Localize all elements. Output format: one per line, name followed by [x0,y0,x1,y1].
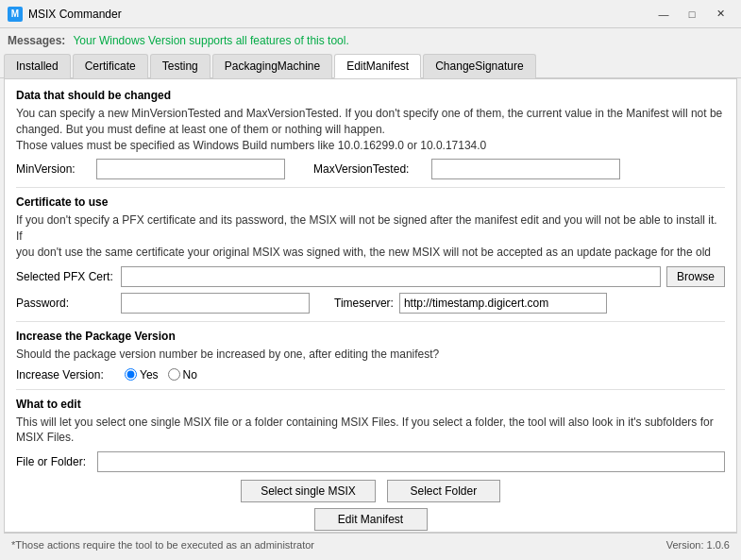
radio-group: Increase Version: Yes No [16,368,725,382]
select-buttons-row: Select single MSIX Select Folder [16,480,725,502]
section-edit-title: What to edit [16,398,725,411]
section-package-desc: Should the package version number be inc… [16,347,725,363]
section-package-title: Increase the Package Version [16,330,725,343]
tabs-bar: Installed Certificate Testing PackagingM… [0,53,741,78]
pfx-row: Selected PFX Cert: Browse [16,266,725,287]
file-label: File or Folder: [16,455,92,468]
bottom-bar: *Those actions require the tool to be ex… [4,533,737,555]
messages-label: Messages: [8,34,65,47]
section-edit-desc: This will let you select one single MSIX… [16,415,725,447]
main-content: Data that should be changed You can spec… [4,78,737,533]
select-folder-button[interactable]: Select Folder [387,480,500,502]
radio-yes-label: Yes [140,368,159,382]
radio-no-option[interactable]: No [168,368,197,382]
tab-testing[interactable]: Testing [150,54,211,78]
file-folder-row: File or Folder: [16,451,725,472]
section-data-title: Data that should be changed [16,89,725,102]
section-data-desc1: You can specify a new MinVersionTested a… [16,106,725,153]
radio-no-input[interactable] [168,368,180,381]
radio-no-label: No [183,368,197,382]
min-version-input[interactable] [96,159,285,179]
password-row: Password: Timeserver: [16,293,725,314]
section-cert-desc: If you don't specify a PFX certificate a… [16,212,725,260]
select-single-msix-button[interactable]: Select single MSIX [241,480,376,502]
password-input[interactable] [121,293,310,314]
title-bar-left: M MSIX Commander [8,7,122,22]
tab-packaging-machine[interactable]: PackagingMachine [212,54,332,78]
password-label: Password: [16,297,115,310]
max-version-input[interactable] [431,159,620,179]
increase-version-label: Increase Version: [16,368,115,382]
footer-note: *Those actions require the tool to be ex… [11,539,314,551]
section-package: Increase the Package Version Should the … [16,330,725,382]
min-version-label: MinVersion: [16,162,87,176]
browse-button[interactable]: Browse [666,266,725,287]
app-icon: M [8,7,23,22]
section-cert-title: Certificate to use [16,195,725,209]
radio-yes-input[interactable] [125,368,137,381]
messages-text: Your Windows Version supports all featur… [73,34,348,47]
timeserver-input[interactable] [399,293,607,314]
file-folder-input[interactable] [97,451,725,472]
messages-bar: Messages: Your Windows Version supports … [0,28,741,53]
window-title: MSIX Commander [28,8,122,21]
timeserver-label: Timeserver: [334,297,394,310]
close-button[interactable]: ✕ [707,6,733,23]
radio-yes-option[interactable]: Yes [125,368,159,382]
edit-manifest-button[interactable]: Edit Manifest [314,508,428,531]
version-row: MinVersion: MaxVersionTested: [16,159,725,179]
tab-certificate[interactable]: Certificate [73,54,148,78]
minimize-button[interactable]: — [650,6,677,23]
pfx-label: Selected PFX Cert: [16,270,115,283]
edit-manifest-button-row: Edit Manifest [16,508,725,531]
tab-installed[interactable]: Installed [4,54,71,78]
section-data: Data that should be changed You can spec… [16,89,725,179]
version-text: Version: 1.0.6 [666,539,730,551]
section-edit: What to edit This will let you select on… [16,398,725,532]
maximize-button[interactable]: □ [679,6,705,23]
max-version-label: MaxVersionTested: [313,162,422,176]
window-controls: — □ ✕ [650,6,733,23]
pfx-input[interactable] [121,266,661,287]
tab-change-signature[interactable]: ChangeSignature [423,54,535,78]
title-bar: M MSIX Commander — □ ✕ [0,0,741,28]
tab-edit-manifest[interactable]: EditManifest [334,54,421,78]
section-certificate: Certificate to use If you don't specify … [16,195,725,313]
